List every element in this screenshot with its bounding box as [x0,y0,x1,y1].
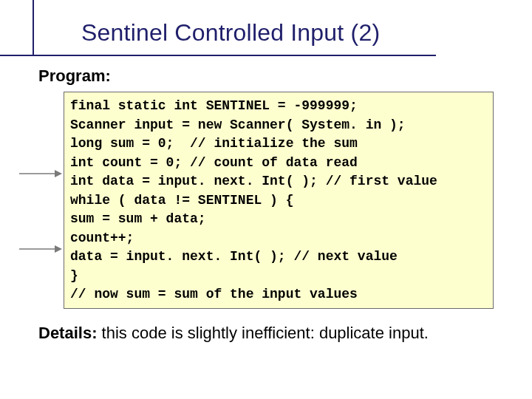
title-vertical-rule [33,0,34,56]
arrow-icon [19,168,62,179]
slide-title: Sentinel Controlled Input (2) [81,19,510,47]
code-box: final static int SENTINEL = -999999; Sca… [64,92,494,309]
details-line: Details: this code is slightly inefficie… [38,324,510,343]
svg-marker-3 [55,245,62,253]
svg-marker-1 [55,170,62,177]
title-underline [0,55,436,56]
slide: Sentinel Controlled Input (2) Program: f… [0,0,532,399]
program-label: Program: [38,66,111,86]
details-label: Details: [38,324,97,342]
arrow-icon [19,244,62,254]
details-text: this code is slightly inefficient: dupli… [97,324,428,342]
code-content: final static int SENTINEL = -999999; Sca… [70,97,487,304]
